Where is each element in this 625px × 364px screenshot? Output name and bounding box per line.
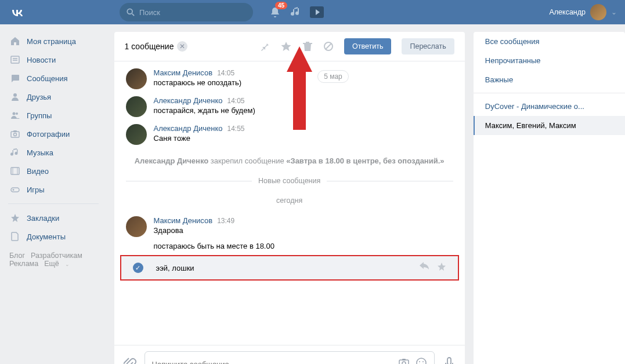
sidebar-item-music[interactable]: Музыка <box>5 143 102 162</box>
message-author[interactable]: Максим Денисов <box>154 68 213 77</box>
sidebar-footer: БлогРазработчикам РекламаЕщё⌄ <box>5 246 102 274</box>
sidebar-item-photos[interactable]: Фотографии <box>5 125 102 143</box>
message-row[interactable]: Максим Денисов13:49 Здарова постараюсь б… <box>114 213 465 254</box>
svg-line-1 <box>132 14 135 16</box>
mic-icon[interactable] <box>443 356 456 364</box>
search-input[interactable] <box>139 8 246 17</box>
date-chip: 5 мар <box>317 70 349 83</box>
sidebar-item-friends[interactable]: Друзья <box>5 88 102 106</box>
message-text: Здарова <box>154 226 453 235</box>
footer-more[interactable]: Ещё <box>44 260 59 268</box>
svg-rect-10 <box>13 130 17 132</box>
reply-arrow-icon[interactable] <box>420 262 429 274</box>
sidebar: Моя страница Новости Сообщения Друзья Гр… <box>5 32 106 364</box>
message-author[interactable]: Александр Диченко <box>154 96 223 105</box>
message-time: 13:49 <box>217 217 234 225</box>
music-note-icon <box>9 147 21 158</box>
svg-line-18 <box>326 43 331 49</box>
svg-point-0 <box>127 9 132 14</box>
star-msg-icon[interactable] <box>437 262 446 274</box>
divider <box>474 93 625 93</box>
chat-body: 5 мар Максим Денисов14:05 постараюсь не … <box>114 61 465 345</box>
notification-badge: 45 <box>275 2 287 9</box>
sidebar-item-profile[interactable]: Моя страница <box>5 32 102 50</box>
svg-point-22 <box>417 358 426 364</box>
svg-point-9 <box>14 133 17 136</box>
filter-panel: Все сообщения Непрочитанные Важные DyCov… <box>474 32 625 364</box>
message-text: Саня тоже <box>154 134 453 143</box>
sidebar-item-bookmarks[interactable]: Закладки <box>5 209 102 227</box>
selected-message[interactable]: ✓ ээй, лошки <box>120 255 459 281</box>
header: 45 Александр ⌄ <box>0 0 625 24</box>
sidebar-item-documents[interactable]: Документы <box>5 227 102 246</box>
message-author[interactable]: Александр Диченко <box>154 124 223 133</box>
spam-icon[interactable] <box>323 41 334 52</box>
forward-button[interactable]: Переслать <box>402 38 454 54</box>
film-icon <box>9 165 21 177</box>
footer-blog[interactable]: Блог <box>9 252 25 260</box>
emoji-icon[interactable] <box>416 357 427 364</box>
message-avatar <box>126 124 147 145</box>
message-avatar <box>126 216 147 237</box>
svg-point-6 <box>13 112 16 115</box>
avatar <box>590 4 606 20</box>
message-row[interactable]: Александр Диченко14:05 постарайся, ждать… <box>114 93 465 121</box>
message-author[interactable]: Максим Денисов <box>154 216 213 225</box>
composer <box>114 345 465 364</box>
svg-rect-2 <box>11 56 19 63</box>
close-icon[interactable]: ✕ <box>177 41 187 52</box>
sidebar-item-news[interactable]: Новости <box>5 50 102 69</box>
svg-point-23 <box>419 361 420 362</box>
search-icon <box>127 8 135 16</box>
compose-input-wrap[interactable] <box>144 351 435 364</box>
svg-point-7 <box>16 112 18 115</box>
filter-important[interactable]: Важные <box>474 70 625 89</box>
chat-panel: 1 сообщение ✕ Ответить Переслать 5 мар М… <box>114 32 465 364</box>
trash-icon[interactable] <box>302 41 313 52</box>
message-avatar <box>126 68 147 89</box>
message-time: 14:05 <box>217 69 234 77</box>
pinned-notice: Александр Диченко закрепил сообщение «За… <box>114 148 465 173</box>
sidebar-item-video[interactable]: Видео <box>5 162 102 180</box>
svg-rect-14 <box>11 188 19 192</box>
filter-conv2[interactable]: Максим, Евгений, Максим <box>474 116 625 135</box>
date-today: сегодня <box>114 188 465 213</box>
header-icons: 45 <box>268 5 324 19</box>
svg-rect-11 <box>11 168 19 174</box>
users-icon <box>9 110 21 121</box>
video-icon[interactable] <box>310 5 324 19</box>
chat-icon <box>9 72 21 84</box>
photo-icon[interactable] <box>398 357 410 364</box>
sidebar-item-messages[interactable]: Сообщения <box>5 69 102 88</box>
vk-logo[interactable] <box>9 4 26 20</box>
search-box[interactable] <box>120 3 253 21</box>
message-row[interactable]: Максим Денисов14:05 постараюсь не опозда… <box>114 61 465 93</box>
header-user[interactable]: Александр ⌄ <box>549 4 617 20</box>
music-icon[interactable] <box>289 5 303 19</box>
message-text: постараюсь не опоздать) <box>154 78 453 87</box>
attach-icon[interactable] <box>124 356 136 364</box>
footer-ads[interactable]: Реклама <box>9 260 38 268</box>
notifications-icon[interactable]: 45 <box>268 5 282 19</box>
sidebar-item-games[interactable]: Игры <box>5 180 102 199</box>
star-action-icon[interactable] <box>280 41 292 52</box>
reply-button[interactable]: Ответить <box>344 38 391 54</box>
doc-icon <box>9 231 21 242</box>
sidebar-item-groups[interactable]: Группы <box>5 106 102 125</box>
divider <box>8 203 99 204</box>
pin-icon[interactable] <box>259 41 270 52</box>
message-row[interactable]: Александр Диченко14:55 Саня тоже <box>114 121 465 148</box>
filter-conv1[interactable]: DyCover - Динамические о... <box>474 97 625 116</box>
filter-unread[interactable]: Непрочитанные <box>474 51 625 70</box>
news-icon <box>9 54 21 65</box>
svg-point-20 <box>402 362 406 364</box>
svg-rect-8 <box>11 132 19 137</box>
user-icon <box>9 91 21 103</box>
message-text: постараюсь быть на месте в 18.00 <box>154 242 453 250</box>
filter-all[interactable]: Все сообщения <box>474 32 625 51</box>
camera-icon <box>9 128 21 140</box>
selected-text: ээй, лошки <box>156 264 420 272</box>
footer-dev[interactable]: Разработчикам <box>31 252 82 260</box>
compose-input[interactable] <box>152 360 393 365</box>
svg-point-5 <box>13 93 17 97</box>
